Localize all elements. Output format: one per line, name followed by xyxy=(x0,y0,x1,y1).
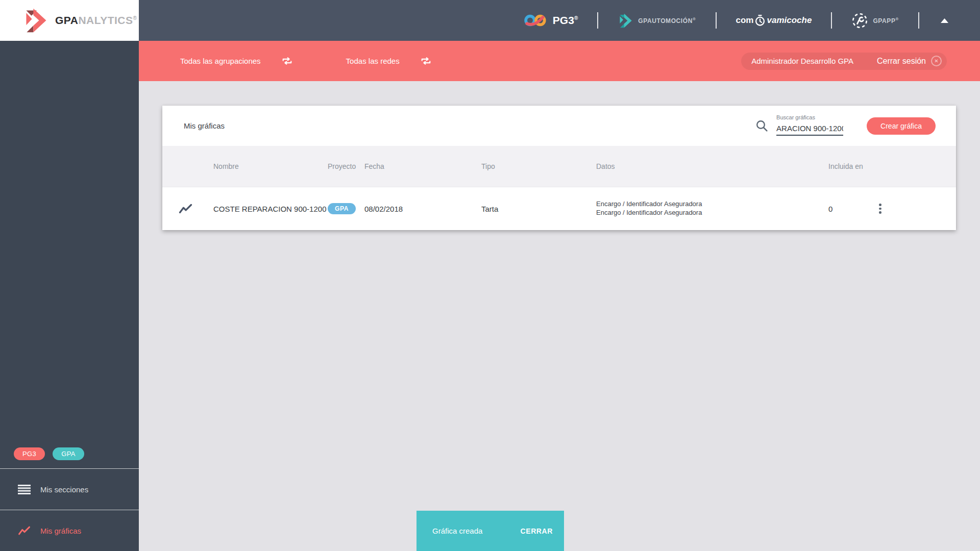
snackbar-message: Gráfica creada xyxy=(432,527,517,535)
topbar-divider xyxy=(918,12,919,29)
pg3-badge: PG3 xyxy=(14,447,45,460)
topbar-divider xyxy=(716,12,717,29)
row-actions-button[interactable] xyxy=(876,201,885,217)
cell-datos: Encargo / Identificador Aseguradora Enca… xyxy=(596,200,826,217)
cell-nombre: COSTE REPARACION 900-1200 xyxy=(208,205,328,213)
snackbar: Gráfica creada CERRAR xyxy=(416,511,564,551)
cell-proyecto: GPA xyxy=(328,203,364,214)
repeat-icon[interactable] xyxy=(280,56,294,66)
line-chart-icon xyxy=(162,203,208,214)
user-session-pill: Administrador Desarrollo GPA Cerrar sesi… xyxy=(741,53,947,70)
gpanalytics-logo-text: GPANALYTICS® xyxy=(55,14,137,27)
repeat-icon[interactable] xyxy=(419,56,433,66)
sidebar-badges: PG3 GPA xyxy=(0,447,139,468)
filter-bar: Todas las agrupaciones Todas las redes A… xyxy=(139,41,980,81)
more-vert-icon xyxy=(879,204,881,206)
snackbar-close-button[interactable]: CERRAR xyxy=(517,523,557,539)
triangle-up-icon xyxy=(941,18,948,23)
logout-button[interactable]: Cerrar sesión ✕ xyxy=(877,56,942,66)
logged-user-name: Administrador Desarrollo GPA xyxy=(751,57,853,65)
column-header-incluida-en: Incluida en xyxy=(826,162,872,170)
filter-redes-label: Todas las redes xyxy=(346,57,400,65)
gpapp-logo: GPAPP® xyxy=(851,12,899,29)
topbar-divider xyxy=(831,12,832,29)
gpanalytics-logo: GPANALYTICS® xyxy=(0,0,139,41)
cell-incluida-en: 0 xyxy=(826,205,872,213)
infinity-icon xyxy=(524,13,548,28)
magnifier-icon[interactable] xyxy=(755,119,768,132)
topbar: PG3® GPAUTOMOCIÓN® com vamicoche GPAPP xyxy=(139,0,980,41)
filter-agrupaciones-label: Todas las agrupaciones xyxy=(180,57,261,65)
cell-fecha: 08/02/2018 xyxy=(364,205,481,213)
search-label: Buscar gráficas xyxy=(776,114,815,120)
topbar-divider xyxy=(597,12,598,29)
gpa-badge: GPA xyxy=(53,447,84,460)
table-row[interactable]: COSTE REPARACION 900-1200 GPA 08/02/2018… xyxy=(162,187,956,230)
table-header: Nombre Proyecto Fecha Tipo Datos Incluid… xyxy=(162,146,956,187)
line-chart-icon xyxy=(18,525,31,536)
column-header-tipo: Tipo xyxy=(481,162,596,170)
filter-agrupaciones[interactable]: Todas las agrupaciones xyxy=(180,56,294,66)
create-chart-button[interactable]: Crear gráfica xyxy=(867,117,936,135)
gpa-arrow-icon xyxy=(22,7,49,34)
wrench-circle-icon xyxy=(851,12,868,29)
sidebar-item-mis-secciones[interactable]: Mis secciones xyxy=(0,469,139,510)
sidebar: GPANALYTICS® PG3 GPA Mis secciones Mis g… xyxy=(0,0,139,551)
mis-graficas-card: Mis gráficas Buscar gráficas Crear gráfi… xyxy=(162,106,956,230)
close-circle-icon: ✕ xyxy=(931,56,942,66)
clock-icon xyxy=(754,14,766,27)
sidebar-item-label: Mis secciones xyxy=(40,485,88,494)
project-badge: GPA xyxy=(328,203,356,214)
filter-redes[interactable]: Todas las redes xyxy=(346,56,433,66)
page-title: Mis gráficas xyxy=(184,121,225,130)
card-header: Mis gráficas Buscar gráficas Crear gráfi… xyxy=(162,106,956,146)
column-header-nombre: Nombre xyxy=(208,162,328,170)
search-input[interactable] xyxy=(776,123,843,136)
column-header-datos: Datos xyxy=(596,162,826,170)
menu-bars-icon xyxy=(18,485,31,494)
sidebar-item-label: Mis gráficas xyxy=(40,527,81,535)
teal-arrow-icon xyxy=(618,13,633,29)
collapse-topbar-button[interactable] xyxy=(939,16,950,25)
cell-tipo: Tarta xyxy=(481,205,596,213)
pg3-logo: PG3® xyxy=(524,13,578,28)
sidebar-item-mis-graficas[interactable]: Mis gráficas xyxy=(0,510,139,551)
gpautomocion-logo: GPAUTOMOCIÓN® xyxy=(618,13,696,29)
compravamicoche-logo: com vamicoche xyxy=(736,14,812,27)
column-header-fecha: Fecha xyxy=(364,162,481,170)
column-header-proyecto: Proyecto xyxy=(328,162,364,170)
